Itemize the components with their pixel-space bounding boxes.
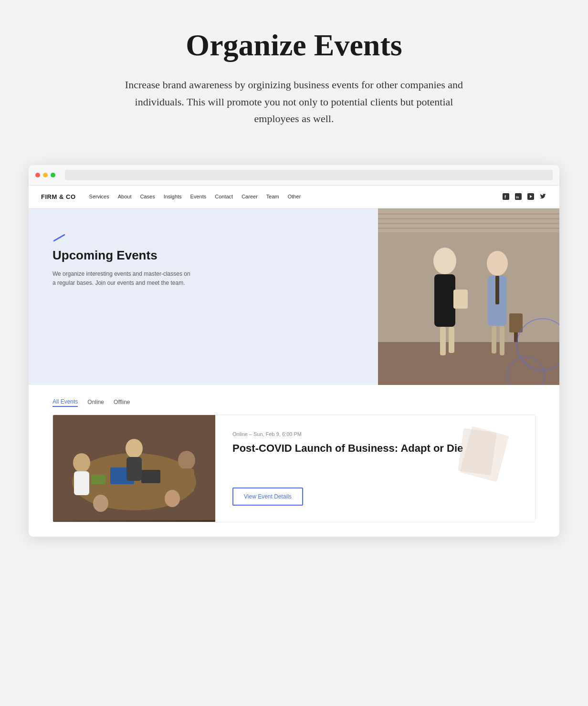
svg-rect-17 <box>453 290 468 309</box>
nav-item-career[interactable]: Career <box>242 194 258 199</box>
svg-rect-12 <box>378 228 559 229</box>
filter-tab-offline[interactable]: Offline <box>114 399 130 406</box>
view-event-details-button[interactable]: View Event Details <box>232 488 303 506</box>
linkedin-icon[interactable]: in <box>514 193 522 200</box>
nav-item-other[interactable]: Other <box>288 194 301 199</box>
svg-rect-10 <box>378 218 559 219</box>
facebook-icon[interactable]: f <box>502 193 510 200</box>
svg-rect-14 <box>434 274 455 327</box>
svg-rect-22 <box>495 276 499 304</box>
event-info: Online – Sun, Feb 9, 6:00 PM Post-COVID … <box>215 415 535 522</box>
svg-point-31 <box>126 439 143 458</box>
svg-rect-11 <box>378 223 559 224</box>
svg-point-30 <box>73 453 90 472</box>
nav-item-insights[interactable]: Insights <box>164 194 182 199</box>
top-section: Organize Events Increase brand awareness… <box>0 0 588 146</box>
nav-item-events[interactable]: Events <box>190 194 207 199</box>
nav-item-cases[interactable]: Cases <box>140 194 155 199</box>
hero-left: Upcoming Events We organize interesting … <box>29 208 378 385</box>
svg-rect-37 <box>179 468 194 492</box>
nav-item-team[interactable]: Team <box>266 194 279 199</box>
hero-section: Upcoming Events We organize interesting … <box>29 208 559 385</box>
navbar-brand[interactable]: FIRM & CO <box>41 193 76 200</box>
youtube-icon[interactable] <box>527 193 535 200</box>
svg-rect-20 <box>492 326 496 353</box>
nav-item-services[interactable]: Services <box>89 194 109 199</box>
svg-point-33 <box>165 490 180 507</box>
browser-dot-maximize[interactable] <box>51 173 55 177</box>
hero-accent-line <box>53 234 65 242</box>
meeting-visual <box>53 415 215 522</box>
nav-item-about[interactable]: About <box>118 194 132 199</box>
svg-point-18 <box>487 251 508 276</box>
svg-rect-36 <box>126 457 142 481</box>
svg-rect-28 <box>141 470 160 483</box>
page-title: Organize Events <box>86 29 502 62</box>
event-card: Online – Sun, Feb 9, 6:00 PM Post-COVID … <box>52 415 536 522</box>
browser-addressbar <box>65 170 553 180</box>
svg-point-34 <box>93 495 108 512</box>
twitter-icon[interactable] <box>539 193 547 200</box>
svg-text:in: in <box>516 196 519 199</box>
browser-dot-minimize[interactable] <box>43 173 48 177</box>
svg-point-13 <box>433 248 456 274</box>
browser-mockup: FIRM & CO Services About Cases Insights … <box>29 165 559 537</box>
navbar: FIRM & CO Services About Cases Insights … <box>29 186 559 208</box>
hero-text: We organize interesting events and maste… <box>52 270 191 288</box>
svg-rect-35 <box>74 471 89 495</box>
page-subtitle: Increase brand awareness by orginizing b… <box>122 76 466 127</box>
svg-rect-16 <box>449 327 454 353</box>
nav-item-contact[interactable]: Contact <box>215 194 233 199</box>
filter-tab-all[interactable]: All Events <box>52 398 78 407</box>
svg-rect-21 <box>500 326 504 355</box>
events-filter: All Events Online Offline <box>29 385 559 415</box>
event-image <box>53 415 215 522</box>
navbar-nav: Services About Cases Insights Events Con… <box>89 194 502 199</box>
filter-tab-online[interactable]: Online <box>87 399 104 406</box>
hero-title: Upcoming Events <box>52 248 359 263</box>
browser-chrome <box>29 165 559 186</box>
svg-rect-15 <box>440 327 446 355</box>
svg-rect-29 <box>91 475 105 484</box>
svg-rect-9 <box>378 213 559 215</box>
svg-point-32 <box>178 451 195 470</box>
browser-dot-close[interactable] <box>35 173 40 177</box>
navbar-social: f in <box>502 193 547 200</box>
svg-rect-0 <box>503 193 509 200</box>
